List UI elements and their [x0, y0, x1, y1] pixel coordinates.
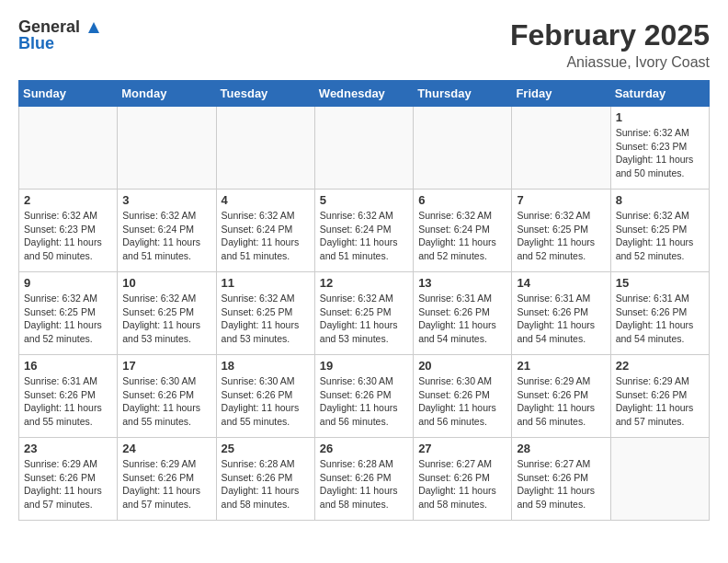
calendar-cell: [118, 107, 216, 190]
calendar-cell: [414, 107, 512, 190]
calendar-cell: 20Sunrise: 6:30 AM Sunset: 6:26 PM Dayli…: [414, 355, 512, 438]
day-info: Sunrise: 6:30 AM Sunset: 6:26 PM Dayligh…: [418, 374, 506, 429]
day-number: 23: [24, 442, 112, 455]
calendar-cell: 5Sunrise: 6:32 AM Sunset: 6:24 PM Daylig…: [314, 190, 413, 272]
calendar-cell: 18Sunrise: 6:30 AM Sunset: 6:26 PM Dayli…: [216, 355, 314, 438]
day-number: 11: [222, 276, 310, 290]
title-block: February 2025 Aniassue, Ivory Coast: [510, 18, 710, 71]
day-info: Sunrise: 6:30 AM Sunset: 6:26 PM Dayligh…: [222, 374, 310, 429]
calendar-cell: 9Sunrise: 6:32 AM Sunset: 6:25 PM Daylig…: [19, 272, 118, 355]
day-info: Sunrise: 6:31 AM Sunset: 6:26 PM Dayligh…: [24, 374, 112, 429]
day-number: 2: [24, 193, 112, 207]
month-title: February 2025: [510, 18, 710, 52]
day-info: Sunrise: 6:30 AM Sunset: 6:26 PM Dayligh…: [320, 374, 408, 429]
day-info: Sunrise: 6:32 AM Sunset: 6:25 PM Dayligh…: [24, 292, 112, 346]
day-number: 7: [517, 193, 605, 207]
day-info: Sunrise: 6:32 AM Sunset: 6:25 PM Dayligh…: [320, 292, 408, 346]
day-info: Sunrise: 6:31 AM Sunset: 6:26 PM Dayligh…: [418, 292, 506, 346]
day-number: 9: [24, 276, 112, 290]
calendar-cell: 11Sunrise: 6:32 AM Sunset: 6:25 PM Dayli…: [216, 272, 314, 355]
week-row-3: 16Sunrise: 6:31 AM Sunset: 6:26 PM Dayli…: [19, 355, 710, 438]
day-info: Sunrise: 6:31 AM Sunset: 6:26 PM Dayligh…: [517, 292, 605, 346]
weekday-header-saturday: Saturday: [610, 81, 709, 107]
day-info: Sunrise: 6:32 AM Sunset: 6:25 PM Dayligh…: [222, 292, 310, 346]
calendar-cell: 19Sunrise: 6:30 AM Sunset: 6:26 PM Dayli…: [314, 355, 413, 438]
day-info: Sunrise: 6:32 AM Sunset: 6:25 PM Dayligh…: [616, 209, 704, 263]
day-number: 21: [517, 359, 605, 373]
calendar-cell: [512, 107, 610, 190]
calendar-cell: [610, 438, 709, 521]
day-number: 15: [616, 276, 704, 290]
weekday-header-monday: Monday: [118, 81, 216, 107]
day-number: 17: [122, 359, 210, 373]
day-info: Sunrise: 6:30 AM Sunset: 6:26 PM Dayligh…: [122, 374, 210, 429]
day-info: Sunrise: 6:27 AM Sunset: 6:26 PM Dayligh…: [517, 457, 605, 511]
calendar-cell: 2Sunrise: 6:32 AM Sunset: 6:23 PM Daylig…: [19, 190, 118, 272]
week-row-1: 2Sunrise: 6:32 AM Sunset: 6:23 PM Daylig…: [19, 190, 710, 272]
calendar-cell: 8Sunrise: 6:32 AM Sunset: 6:25 PM Daylig…: [610, 190, 709, 272]
calendar-cell: 10Sunrise: 6:32 AM Sunset: 6:25 PM Dayli…: [118, 272, 216, 355]
day-number: 1: [616, 110, 704, 124]
calendar-cell: 28Sunrise: 6:27 AM Sunset: 6:26 PM Dayli…: [512, 438, 610, 521]
calendar-cell: 15Sunrise: 6:31 AM Sunset: 6:26 PM Dayli…: [610, 272, 709, 355]
calendar-cell: 13Sunrise: 6:31 AM Sunset: 6:26 PM Dayli…: [414, 272, 512, 355]
location: Aniassue, Ivory Coast: [510, 54, 710, 71]
svg-marker-0: [88, 22, 99, 33]
day-info: Sunrise: 6:32 AM Sunset: 6:23 PM Dayligh…: [24, 209, 112, 263]
day-info: Sunrise: 6:29 AM Sunset: 6:26 PM Dayligh…: [122, 457, 210, 511]
weekday-header-row: SundayMondayTuesdayWednesdayThursdayFrid…: [19, 81, 710, 107]
day-number: 25: [222, 442, 310, 455]
day-number: 5: [320, 193, 408, 207]
day-info: Sunrise: 6:31 AM Sunset: 6:26 PM Dayligh…: [616, 292, 704, 346]
calendar-cell: 14Sunrise: 6:31 AM Sunset: 6:26 PM Dayli…: [512, 272, 610, 355]
day-number: 24: [122, 442, 210, 455]
calendar-cell: 23Sunrise: 6:29 AM Sunset: 6:26 PM Dayli…: [19, 438, 118, 521]
calendar-cell: [19, 107, 118, 190]
day-number: 13: [418, 276, 506, 290]
day-info: Sunrise: 6:32 AM Sunset: 6:24 PM Dayligh…: [222, 209, 310, 263]
day-info: Sunrise: 6:32 AM Sunset: 6:25 PM Dayligh…: [517, 209, 605, 263]
weekday-header-wednesday: Wednesday: [314, 81, 413, 107]
calendar-cell: 6Sunrise: 6:32 AM Sunset: 6:24 PM Daylig…: [414, 190, 512, 272]
day-number: 16: [24, 359, 112, 373]
day-info: Sunrise: 6:32 AM Sunset: 6:24 PM Dayligh…: [320, 209, 408, 263]
day-number: 20: [418, 359, 506, 373]
day-number: 22: [616, 359, 704, 373]
calendar-cell: 21Sunrise: 6:29 AM Sunset: 6:26 PM Dayli…: [512, 355, 610, 438]
calendar-cell: 16Sunrise: 6:31 AM Sunset: 6:26 PM Dayli…: [19, 355, 118, 438]
calendar-cell: 1Sunrise: 6:32 AM Sunset: 6:23 PM Daylig…: [610, 107, 709, 190]
calendar-cell: [314, 107, 413, 190]
day-info: Sunrise: 6:28 AM Sunset: 6:26 PM Dayligh…: [222, 457, 310, 511]
day-info: Sunrise: 6:32 AM Sunset: 6:24 PM Dayligh…: [122, 209, 210, 263]
weekday-header-sunday: Sunday: [19, 81, 118, 107]
day-number: 3: [122, 193, 210, 207]
calendar-cell: 25Sunrise: 6:28 AM Sunset: 6:26 PM Dayli…: [216, 438, 314, 521]
calendar-cell: 24Sunrise: 6:29 AM Sunset: 6:26 PM Dayli…: [118, 438, 216, 521]
week-row-2: 9Sunrise: 6:32 AM Sunset: 6:25 PM Daylig…: [19, 272, 710, 355]
calendar-cell: 27Sunrise: 6:27 AM Sunset: 6:26 PM Dayli…: [414, 438, 512, 521]
day-number: 26: [320, 442, 408, 455]
week-row-0: 1Sunrise: 6:32 AM Sunset: 6:23 PM Daylig…: [19, 107, 710, 190]
calendar-cell: 17Sunrise: 6:30 AM Sunset: 6:26 PM Dayli…: [118, 355, 216, 438]
calendar-cell: [216, 107, 314, 190]
day-info: Sunrise: 6:29 AM Sunset: 6:26 PM Dayligh…: [24, 457, 112, 511]
calendar-cell: 12Sunrise: 6:32 AM Sunset: 6:25 PM Dayli…: [314, 272, 413, 355]
day-number: 10: [122, 276, 210, 290]
day-info: Sunrise: 6:29 AM Sunset: 6:26 PM Dayligh…: [616, 374, 704, 429]
day-number: 27: [418, 442, 506, 455]
day-info: Sunrise: 6:32 AM Sunset: 6:23 PM Dayligh…: [616, 126, 704, 180]
day-number: 14: [517, 276, 605, 290]
logo: General Blue: [18, 18, 101, 52]
calendar-cell: 26Sunrise: 6:28 AM Sunset: 6:26 PM Dayli…: [314, 438, 413, 521]
logo-blue: Blue: [18, 35, 101, 52]
calendar-cell: 7Sunrise: 6:32 AM Sunset: 6:25 PM Daylig…: [512, 190, 610, 272]
day-info: Sunrise: 6:28 AM Sunset: 6:26 PM Dayligh…: [320, 457, 408, 511]
day-number: 19: [320, 359, 408, 373]
day-number: 28: [517, 442, 605, 455]
week-row-4: 23Sunrise: 6:29 AM Sunset: 6:26 PM Dayli…: [19, 438, 710, 521]
calendar-table: SundayMondayTuesdayWednesdayThursdayFrid…: [18, 80, 710, 521]
weekday-header-tuesday: Tuesday: [216, 81, 314, 107]
day-info: Sunrise: 6:32 AM Sunset: 6:24 PM Dayligh…: [418, 209, 506, 263]
logo-general: General: [18, 18, 101, 35]
weekday-header-friday: Friday: [512, 81, 610, 107]
